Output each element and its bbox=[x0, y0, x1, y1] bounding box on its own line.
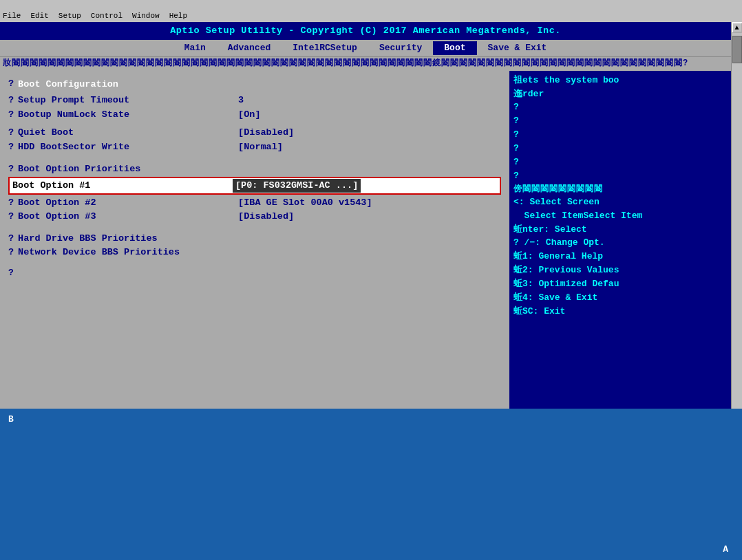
help-text-top1: 祖ets the system boo bbox=[513, 74, 727, 87]
help-f4: 蚯4: Save & Exit bbox=[513, 292, 727, 305]
window-title-bar bbox=[0, 0, 742, 10]
row-boot-option-3[interactable]: ? Boot Option #3 [Disabled] bbox=[8, 210, 501, 224]
row-hdd-bbs[interactable]: ? Hard Drive BBS Priorities bbox=[8, 232, 501, 246]
right-spacer4: ? bbox=[513, 142, 727, 155]
row-bootup-numlock: ? Bootup NumLock State [On] bbox=[8, 108, 501, 122]
tab-advanced[interactable]: Advanced bbox=[217, 41, 282, 56]
help-enter: 蚯nter: Select bbox=[513, 224, 727, 237]
help-change-opt: ? /−: Change Opt. bbox=[513, 237, 727, 250]
help-f3: 蚯3: Optimized Defau bbox=[513, 278, 727, 291]
menu-edit[interactable]: Edit bbox=[30, 12, 48, 20]
row-boot-option-priorities: ? Boot Option Priorities bbox=[8, 162, 501, 176]
menu-control[interactable]: Control bbox=[91, 12, 123, 20]
scroll-thumb[interactable] bbox=[732, 36, 742, 63]
row-setup-prompt-timeout: ? Setup Prompt Timeout 3 bbox=[8, 94, 501, 107]
help-f1: 蚯1: General Help bbox=[513, 250, 727, 263]
row-quiet-boot: ? Quiet Boot [Disabled] bbox=[8, 126, 501, 140]
blue-b-label: B bbox=[8, 414, 14, 424]
bios-nav: Main Advanced IntelRCSetup Security Boot… bbox=[0, 40, 731, 58]
menu-setup[interactable]: Setup bbox=[59, 12, 81, 20]
tab-main[interactable]: Main bbox=[173, 41, 217, 56]
row-network-bbs[interactable]: ? Network Device BBS Priorities bbox=[8, 246, 501, 259]
help-f2: 蚯2: Previous Values bbox=[513, 264, 727, 277]
right-spacer6: ? bbox=[513, 170, 727, 183]
help-select-screen: <: Select Screen bbox=[513, 196, 727, 209]
row-boot-option-2[interactable]: ? Boot Option #2 [IBA GE Slot 00A0 v1543… bbox=[8, 196, 501, 210]
right-spacer3: ? bbox=[513, 129, 727, 142]
right-spacer2: ? bbox=[513, 115, 727, 128]
help-esc: 蚯SC: Exit bbox=[513, 305, 727, 319]
right-spacer1: ? bbox=[513, 101, 727, 114]
right-spacer5: ? bbox=[513, 156, 727, 169]
section-header: Boot Configuration bbox=[18, 78, 118, 91]
blue-bottom-area: B A bbox=[0, 409, 742, 560]
blue-a-label: A bbox=[723, 544, 728, 554]
row-boot-option-1[interactable]: Boot Option #1 [P0: FS032GMSI-AC ...] bbox=[8, 177, 501, 195]
help-select-item: Select ItemSelect Item bbox=[513, 210, 727, 223]
help-text-top2: 迤rder bbox=[513, 88, 727, 101]
menu-help[interactable]: Help bbox=[169, 12, 187, 20]
menu-bar: File Edit Setup Control Window Help bbox=[0, 10, 742, 22]
border-top: 妝闔闔闔闔闔闔闔闔闔闔闔闔闔闔闔闔闔闔闔闔闔闔闔闔闔闔闔闔闔闔闔闔闔闔闔闔闔闔闔… bbox=[0, 57, 731, 70]
menu-window[interactable]: Window bbox=[132, 12, 160, 20]
menu-file[interactable]: File bbox=[3, 12, 21, 20]
tab-boot[interactable]: Boot bbox=[433, 41, 476, 56]
scroll-up-button[interactable]: ▲ bbox=[732, 22, 743, 33]
right-divider: 傍闔闔闔闔闔闔闔闔闔 bbox=[513, 184, 727, 195]
window-title bbox=[3, 1, 5, 9]
bios-title: Aptio Setup Utility - Copyright (C) 2017… bbox=[0, 22, 731, 40]
tab-intelrcsetup[interactable]: IntelRCSetup bbox=[282, 41, 368, 56]
row-hdd-bootsector: ? HDD BootSector Write [Normal] bbox=[8, 140, 501, 154]
tab-save-exit[interactable]: Save & Exit bbox=[477, 41, 558, 56]
tab-security[interactable]: Security bbox=[368, 41, 433, 56]
